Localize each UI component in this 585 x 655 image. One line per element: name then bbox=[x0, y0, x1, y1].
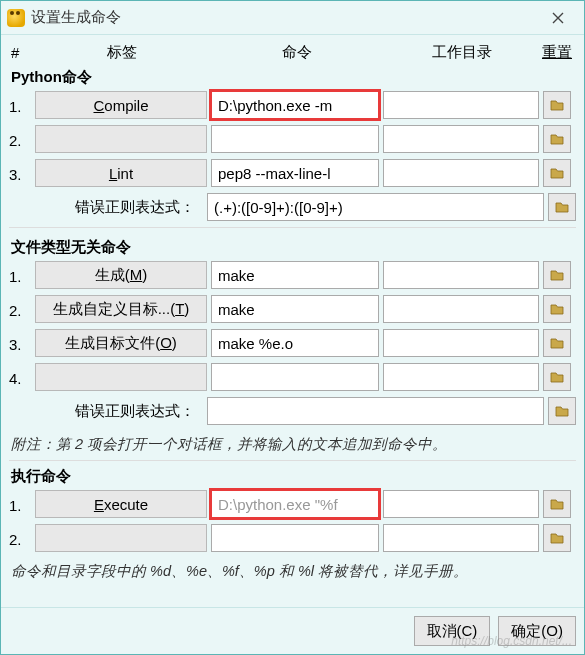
label-button-execute[interactable]: Execute bbox=[35, 490, 207, 518]
folder-icon bbox=[549, 165, 565, 181]
python-row-1: 1. Compile bbox=[9, 91, 576, 119]
cancel-button[interactable]: 取消(C) bbox=[414, 616, 491, 646]
filetype-row-4: 4. bbox=[9, 363, 576, 391]
close-icon bbox=[552, 12, 564, 24]
header-wd: 工作目录 bbox=[387, 43, 537, 62]
folder-icon bbox=[549, 530, 565, 546]
close-button[interactable] bbox=[538, 5, 578, 31]
wd-input[interactable] bbox=[383, 490, 539, 518]
cmd-input[interactable] bbox=[211, 363, 379, 391]
footer: 取消(C) 确定(O) https://blog.csdn.net/... bbox=[1, 607, 584, 654]
folder-icon bbox=[549, 267, 565, 283]
label-button-lint[interactable]: Lint bbox=[35, 159, 207, 187]
folder-icon bbox=[549, 97, 565, 113]
row-num: 2. bbox=[9, 300, 31, 319]
section-filetype-title: 文件类型无关命令 bbox=[9, 232, 576, 261]
folder-icon bbox=[554, 199, 570, 215]
regex-label: 错误正则表达式： bbox=[9, 198, 203, 217]
filetype-row-3: 3. 生成目标文件(O) bbox=[9, 329, 576, 357]
dir-browse-button[interactable] bbox=[543, 490, 571, 518]
ok-button[interactable]: 确定(O) bbox=[498, 616, 576, 646]
cmd-input-execute[interactable] bbox=[211, 490, 379, 518]
row-num: 1. bbox=[9, 495, 31, 514]
section-python-title: Python命令 bbox=[9, 68, 576, 91]
header-num: # bbox=[9, 44, 37, 61]
label-button-compile[interactable]: Compile bbox=[35, 91, 207, 119]
python-row-2: 2. bbox=[9, 125, 576, 153]
header-reset: 重置 bbox=[537, 43, 576, 62]
app-icon bbox=[7, 9, 25, 27]
label-button-make-custom[interactable]: 生成自定义目标...(T) bbox=[35, 295, 207, 323]
wd-input[interactable] bbox=[383, 363, 539, 391]
dir-browse-button[interactable] bbox=[543, 125, 571, 153]
row-num: 2. bbox=[9, 529, 31, 548]
dir-browse-button[interactable] bbox=[548, 397, 576, 425]
regex-label: 错误正则表达式： bbox=[9, 402, 203, 421]
row-num: 3. bbox=[9, 334, 31, 353]
dir-browse-button[interactable] bbox=[548, 193, 576, 221]
wd-input[interactable] bbox=[383, 261, 539, 289]
folder-icon bbox=[554, 403, 570, 419]
filetype-row-2: 2. 生成自定义目标...(T) bbox=[9, 295, 576, 323]
dir-browse-button[interactable] bbox=[543, 524, 571, 552]
header-label: 标签 bbox=[37, 43, 207, 62]
cmd-input[interactable] bbox=[211, 524, 379, 552]
exec-note: 命令和目录字段中的 %d、%e、%f、%p 和 %l 将被替代，详见手册。 bbox=[9, 558, 576, 587]
row-num: 3. bbox=[9, 164, 31, 183]
folder-icon bbox=[549, 301, 565, 317]
exec-row-2: 2. bbox=[9, 524, 576, 552]
dir-browse-button[interactable] bbox=[543, 91, 571, 119]
dir-browse-button[interactable] bbox=[543, 261, 571, 289]
folder-icon bbox=[549, 131, 565, 147]
dir-browse-button[interactable] bbox=[543, 363, 571, 391]
row-num: 1. bbox=[9, 96, 31, 115]
content-area: # 标签 命令 工作目录 重置 Python命令 1. Compile 2. 3… bbox=[1, 35, 584, 607]
dir-browse-button[interactable] bbox=[543, 159, 571, 187]
row-num: 4. bbox=[9, 368, 31, 387]
label-button-empty[interactable] bbox=[35, 125, 207, 153]
python-row-3: 3. Lint bbox=[9, 159, 576, 187]
regex-input-python[interactable] bbox=[207, 193, 544, 221]
label-button-empty[interactable] bbox=[35, 363, 207, 391]
cmd-input[interactable] bbox=[211, 125, 379, 153]
regex-input-filetype[interactable] bbox=[207, 397, 544, 425]
folder-icon bbox=[549, 335, 565, 351]
folder-icon bbox=[549, 496, 565, 512]
filetype-regex-row: 错误正则表达式： bbox=[9, 397, 576, 425]
titlebar: 设置生成命令 bbox=[1, 1, 584, 35]
label-button-make[interactable]: 生成(M) bbox=[35, 261, 207, 289]
cmd-input-lint[interactable] bbox=[211, 159, 379, 187]
divider bbox=[9, 227, 576, 228]
filetype-note: 附注：第 2 项会打开一个对话框，并将输入的文本追加到命令中。 bbox=[9, 431, 576, 461]
row-num: 2. bbox=[9, 130, 31, 149]
folder-icon bbox=[549, 369, 565, 385]
reset-link[interactable]: 重置 bbox=[542, 43, 572, 60]
dialog-window: 设置生成命令 # 标签 命令 工作目录 重置 Python命令 1. Compi… bbox=[0, 0, 585, 655]
wd-input[interactable] bbox=[383, 329, 539, 357]
column-headers: # 标签 命令 工作目录 重置 bbox=[9, 41, 576, 68]
wd-input[interactable] bbox=[383, 524, 539, 552]
cmd-input-compile[interactable] bbox=[211, 91, 379, 119]
wd-input[interactable] bbox=[383, 159, 539, 187]
row-num: 1. bbox=[9, 266, 31, 285]
exec-row-1: 1. Execute bbox=[9, 490, 576, 518]
filetype-row-1: 1. 生成(M) bbox=[9, 261, 576, 289]
dir-browse-button[interactable] bbox=[543, 295, 571, 323]
header-cmd: 命令 bbox=[207, 43, 387, 62]
label-button-empty[interactable] bbox=[35, 524, 207, 552]
cmd-input-make-object[interactable] bbox=[211, 329, 379, 357]
window-title: 设置生成命令 bbox=[31, 8, 538, 27]
dir-browse-button[interactable] bbox=[543, 329, 571, 357]
cmd-input-make[interactable] bbox=[211, 261, 379, 289]
python-regex-row: 错误正则表达式： bbox=[9, 193, 576, 221]
label-button-make-object[interactable]: 生成目标文件(O) bbox=[35, 329, 207, 357]
wd-input[interactable] bbox=[383, 295, 539, 323]
wd-input[interactable] bbox=[383, 91, 539, 119]
cmd-input-make-custom[interactable] bbox=[211, 295, 379, 323]
wd-input[interactable] bbox=[383, 125, 539, 153]
section-exec-title: 执行命令 bbox=[9, 461, 576, 490]
